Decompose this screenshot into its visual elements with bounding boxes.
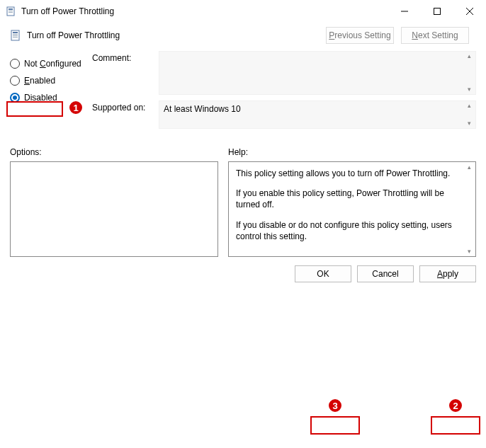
svg-rect-10 [13,34,18,35]
comment-field[interactable]: ▴▾ [159,51,476,95]
annotation-box-2 [431,416,480,435]
minimize-button[interactable] [388,0,421,23]
radio-label: Disabled [24,93,57,103]
svg-rect-12 [13,37,18,38]
chevron-up-icon: ▴ [464,53,474,59]
subheader: Turn off Power Throttling Previous Setti… [0,23,486,44]
policy-title: Turn off Power Throttling [27,30,120,40]
scrollbar[interactable]: ▴▾ [464,53,474,93]
svg-rect-9 [13,32,18,33]
radio-enabled[interactable]: Enabled [10,72,92,89]
chevron-down-icon: ▾ [464,248,474,255]
svg-rect-1 [9,8,13,10]
chevron-down-icon: ▾ [464,86,474,93]
radio-disabled[interactable]: Disabled [10,89,92,106]
supported-on-value: At least Windows 10 [164,104,241,114]
radio-label: Enabled [24,76,55,86]
radio-icon [10,76,20,86]
scrollbar[interactable]: ▴▾ [464,103,474,127]
chevron-up-icon: ▴ [464,163,474,171]
state-radio-group: Not Configured Enabled Disabled [10,51,92,134]
titlebar: Turn off Power Throttling [0,0,486,23]
radio-label: Not Configured [24,59,81,69]
apply-button[interactable]: Apply [419,265,476,282]
supported-on-label: Supported on: [92,100,159,129]
svg-rect-3 [9,12,13,13]
annotation-box-3 [310,416,360,435]
window-title: Turn off Power Throttling [21,6,388,16]
previous-setting-button[interactable]: Previous Setting [326,27,394,44]
radio-icon [10,93,20,103]
scrollbar[interactable]: ▴▾ [464,163,474,255]
svg-rect-2 [9,11,13,11]
annotation-badge-2: 2 [448,398,463,413]
options-panel [10,161,218,257]
radio-not-configured[interactable]: Not Configured [10,55,92,72]
radio-icon [10,59,20,69]
help-text: This policy setting allows you to turn o… [236,168,468,242]
help-label: Help: [228,147,476,157]
annotation-badge-3: 3 [327,398,343,413]
comment-label: Comment: [92,51,159,95]
cancel-button[interactable]: Cancel [357,265,414,282]
help-panel: This policy setting allows you to turn o… [228,161,476,257]
chevron-up-icon: ▴ [464,103,474,109]
policy-icon [6,6,17,17]
maximize-button[interactable] [421,0,453,23]
policy-icon [10,29,23,42]
supported-on-field: At least Windows 10 ▴▾ [159,100,476,129]
ok-button[interactable]: OK [295,265,351,282]
svg-rect-5 [434,8,441,15]
chevron-down-icon: ▾ [464,120,474,127]
svg-rect-11 [13,35,18,36]
next-setting-button[interactable]: Next Setting [401,27,469,44]
options-label: Options: [10,147,218,157]
close-button[interactable] [453,0,486,23]
